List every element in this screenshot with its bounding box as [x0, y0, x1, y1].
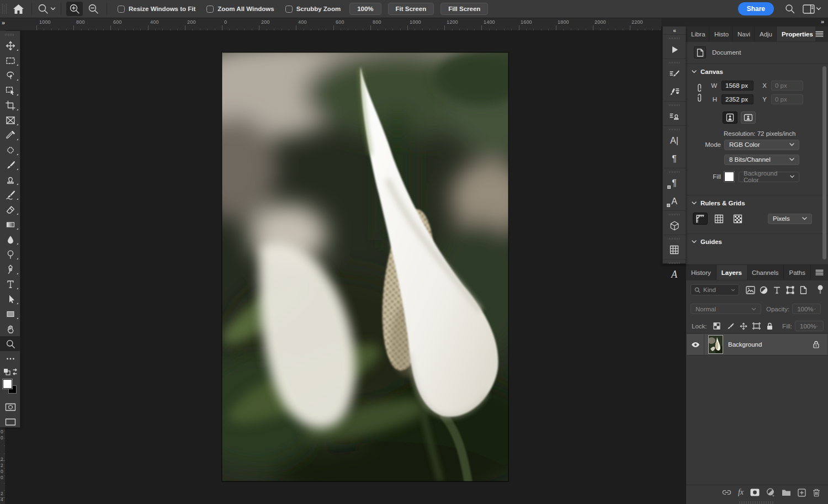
zoom-all-windows-checkbox[interactable]: Zoom All Windows [206, 6, 274, 13]
guides-section-header[interactable]: Guides [692, 238, 722, 245]
scrubby-zoom-checkbox[interactable]: Scrubby Zoom [285, 6, 341, 13]
3d-panel-button[interactable] [663, 216, 686, 235]
zoom-out-button[interactable] [85, 2, 102, 16]
clone-stamp-tool[interactable] [0, 172, 20, 187]
lock-all-button[interactable] [763, 322, 777, 330]
fill-screen-button[interactable]: Fill Screen [440, 3, 488, 15]
fill-color-swatch[interactable] [724, 172, 734, 182]
edit-toolbar-button[interactable] [0, 351, 20, 366]
actions-panel-button[interactable] [663, 40, 686, 59]
brushes-panel-button[interactable] [663, 83, 686, 101]
paragraph-panel-button[interactable]: ¶ [663, 150, 686, 168]
layer-row-background[interactable]: Background [687, 334, 827, 355]
add-layer-mask-icon[interactable] [750, 489, 760, 496]
tab-layers[interactable]: Layers [716, 265, 747, 280]
type-tool[interactable] [0, 277, 20, 291]
brush-tool[interactable] [0, 157, 20, 172]
rulers-grids-section-header[interactable]: Rulers & Grids [692, 200, 745, 206]
fill-input[interactable]: 100% [795, 321, 824, 331]
hand-tool[interactable] [0, 321, 20, 336]
lock-artboard-button[interactable] [750, 322, 763, 330]
brush-settings-panel-button[interactable] [663, 65, 686, 83]
glyphs-panel-button[interactable]: A [663, 265, 686, 283]
panel-grip[interactable] [669, 214, 680, 215]
tab-properties[interactable]: Properties [777, 26, 815, 41]
fill-mode-select[interactable]: Background Color [739, 172, 799, 182]
panel-grip[interactable] [669, 38, 680, 39]
link-dimensions-icon[interactable] [696, 83, 703, 103]
zoom-tool[interactable] [0, 336, 20, 351]
lock-position-button[interactable] [737, 322, 750, 330]
panel-grip[interactable] [669, 238, 680, 240]
properties-panel-menu-button[interactable] [815, 26, 828, 41]
dock-resize-grip[interactable] [739, 501, 774, 504]
panel-grip[interactable] [669, 62, 680, 63]
rectangle-tool[interactable] [0, 306, 20, 321]
filtering-on-off-toggle[interactable] [817, 285, 824, 295]
delete-layer-icon[interactable] [813, 489, 820, 497]
eyedropper-tool[interactable] [0, 128, 20, 142]
tools-panel-grip[interactable] [0, 31, 20, 38]
filter-by-image-button[interactable] [744, 286, 757, 294]
new-group-icon[interactable] [782, 489, 791, 496]
character-panel-button[interactable]: A| [663, 131, 686, 150]
grid-toggle-button[interactable] [712, 213, 726, 225]
object-selection-tool[interactable] [0, 83, 20, 98]
tab-libraries[interactable]: Libra [686, 26, 709, 41]
tab-paths[interactable]: Paths [784, 265, 810, 280]
filter-by-smart-object-button[interactable] [797, 286, 810, 294]
foreground-color-swatch[interactable] [3, 379, 12, 389]
swap-colors-controls[interactable] [0, 366, 20, 378]
timeline-panel-button[interactable] [663, 241, 686, 259]
workspace-switcher[interactable] [803, 4, 821, 14]
rulers-toggle-button[interactable] [693, 213, 708, 225]
paragraph-styles-panel-button[interactable]: ¶ [663, 174, 686, 192]
add-adjustment-layer-icon[interactable] [766, 488, 775, 497]
quick-mask-button[interactable] [0, 399, 20, 414]
canvas-width-input[interactable]: 1568 px [721, 81, 753, 91]
tab-navigator[interactable]: Navi [733, 26, 755, 41]
home-button[interactable] [10, 2, 26, 16]
panel-grip[interactable] [669, 104, 680, 106]
layer-locked-icon[interactable] [813, 341, 820, 348]
link-layers-icon[interactable] [722, 490, 731, 495]
layers-panel-menu-button[interactable] [815, 265, 828, 280]
mode-select[interactable]: RGB Color [724, 140, 799, 150]
filter-by-shape-button[interactable] [783, 286, 797, 294]
layer-thumbnail[interactable] [708, 335, 723, 354]
screen-mode-button[interactable] [0, 414, 20, 429]
move-tool[interactable] [0, 38, 20, 53]
ruler-units-select[interactable]: Pixels [768, 214, 812, 224]
blend-mode-select[interactable]: Normal [691, 304, 761, 314]
lock-transparent-pixels-button[interactable] [710, 322, 724, 330]
canvas-height-input[interactable]: 2352 px [721, 94, 753, 104]
collapse-panels-chevron[interactable]: « [663, 26, 686, 34]
pixel-grid-toggle-button[interactable] [730, 213, 745, 225]
layer-style-button[interactable]: fx [738, 488, 744, 497]
new-layer-icon[interactable] [798, 489, 806, 497]
dodge-tool[interactable] [0, 247, 20, 262]
lasso-tool[interactable] [0, 68, 20, 83]
character-styles-panel-button[interactable]: A [663, 192, 686, 210]
zoom-in-button[interactable] [66, 2, 83, 16]
kind-filter-select[interactable]: Kind [691, 284, 739, 295]
horizontal-ruler[interactable]: 1000800600400200020040060080010001200140… [6, 18, 661, 31]
panel-grip[interactable] [669, 171, 680, 173]
layer-visibility-toggle[interactable] [687, 334, 704, 355]
canvas-section-header[interactable]: Canvas [692, 68, 723, 75]
portrait-orientation-button[interactable] [723, 112, 737, 124]
zoom-100-button[interactable]: 100% [349, 3, 381, 15]
document-canvas-peace-lily-photo[interactable] [222, 52, 508, 481]
share-button[interactable]: Share [738, 2, 774, 15]
zoom-tool-preset[interactable] [37, 3, 56, 15]
canvas-x-input[interactable]: 0 px [771, 81, 803, 91]
opacity-input[interactable]: 100% [792, 304, 821, 314]
panel-expand-chevron[interactable]: » [821, 18, 824, 25]
path-selection-tool[interactable] [0, 291, 20, 306]
landscape-orientation-button[interactable] [741, 112, 756, 124]
frame-tool[interactable] [0, 113, 20, 128]
resize-windows-checkbox[interactable]: Resize Windows to Fit [118, 6, 195, 13]
panel-grip[interactable] [669, 262, 680, 264]
foreground-background-swatches[interactable] [0, 378, 20, 399]
rectangular-marquee-tool[interactable] [0, 53, 20, 68]
